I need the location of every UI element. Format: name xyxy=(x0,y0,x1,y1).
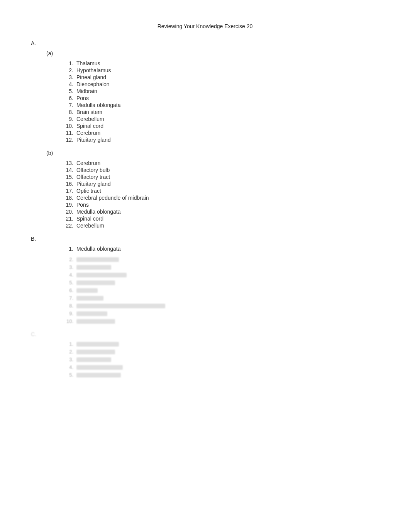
list-item: 9.Cerebellum xyxy=(62,116,379,122)
list-item: 21.Spinal cord xyxy=(62,216,379,222)
list-item: 13.Cerebrum xyxy=(62,160,379,166)
blurred-row: 9. xyxy=(62,311,379,316)
list-item: 10.Spinal cord xyxy=(62,123,379,129)
list-item: 22.Cerebellum xyxy=(62,223,379,229)
subsection-b-label: (b) xyxy=(46,150,379,156)
section-c-blurred: C. xyxy=(31,331,379,337)
section-b-label: B. xyxy=(31,236,379,242)
section-b: B. 1. Medulla oblongata 2. 3. 4. 5. xyxy=(31,236,379,378)
list-item: 5.Midbrain xyxy=(62,88,379,94)
blurred-row: 3. xyxy=(62,264,379,270)
blurred-items-group-2: 1. 2. 3. 4. 5. xyxy=(62,341,379,378)
blurred-row: 4. xyxy=(62,272,379,278)
blurred-row: 10. xyxy=(62,318,379,324)
list-item: 3.Pineal gland xyxy=(62,74,379,80)
blurred-row: 7. xyxy=(62,295,379,301)
blurred-row: 1. xyxy=(62,341,379,347)
blurred-row: 6. xyxy=(62,287,379,293)
list-item: 12.Pituitary gland xyxy=(62,137,379,143)
subsection-b-list: 13.Cerebrum 14.Olfactory bulb 15.Olfacto… xyxy=(62,160,379,229)
page-title: Reviewing Your Knowledge Exercise 20 xyxy=(31,23,379,29)
list-item: 15.Olfactory tract xyxy=(62,174,379,180)
list-item: 11.Cerebrum xyxy=(62,130,379,136)
blurred-row: 2. xyxy=(62,349,379,355)
list-item: 6.Pons xyxy=(62,95,379,101)
page-container: Reviewing Your Knowledge Exercise 20 A. … xyxy=(0,0,410,408)
list-item: 16.Pituitary gland xyxy=(62,181,379,187)
list-item: 17.Optic tract xyxy=(62,188,379,194)
blurred-row: 3. xyxy=(62,357,379,362)
blurred-items-group-1: 2. 3. 4. 5. 6. 7. xyxy=(62,257,379,324)
blurred-row: 5. xyxy=(62,372,379,378)
list-item: 14.Olfactory bulb xyxy=(62,167,379,173)
list-item: 8.Brain stem xyxy=(62,109,379,115)
list-item: 18.Cerebral peduncle of midbrain xyxy=(62,195,379,201)
section-a-label: A. xyxy=(31,40,379,46)
list-item: 2.Hypothalamus xyxy=(62,67,379,73)
list-item: 1.Thalamus xyxy=(62,60,379,66)
blurred-row: 4. xyxy=(62,364,379,370)
list-item: 19.Pons xyxy=(62,202,379,208)
list-item: 20.Medulla oblongata xyxy=(62,209,379,215)
section-c-label: C. xyxy=(31,331,379,337)
section-b-first-item: 1. Medulla oblongata xyxy=(62,246,379,252)
subsection-a-list: 1.Thalamus 2.Hypothalamus 3.Pineal gland… xyxy=(62,60,379,143)
subsection-a-label: (a) xyxy=(46,50,379,56)
blurred-row: 2. xyxy=(62,257,379,262)
section-a: A. (a) 1.Thalamus 2.Hypothalamus 3.Pinea… xyxy=(31,40,379,229)
list-item: 7.Medulla oblongata xyxy=(62,102,379,108)
blurred-row: 8. xyxy=(62,303,379,309)
list-item: 4.Diencephalon xyxy=(62,81,379,87)
blurred-row: 5. xyxy=(62,280,379,286)
